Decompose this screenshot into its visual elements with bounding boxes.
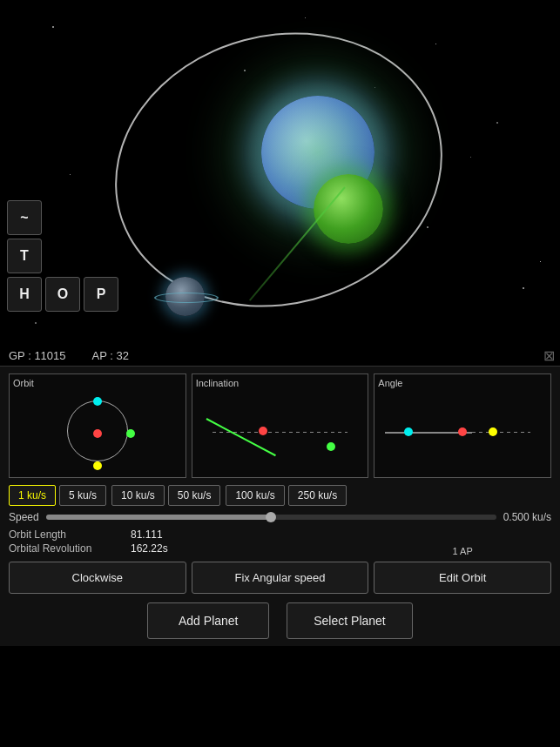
add-planet-button[interactable]: Add Planet bbox=[147, 602, 269, 639]
speed-slider[interactable] bbox=[46, 515, 496, 520]
angle-dot-yellow bbox=[489, 427, 497, 436]
close-icon[interactable]: ⊠ bbox=[543, 347, 555, 364]
orbit-length-value: 81.111 bbox=[131, 528, 163, 541]
gp-ap-bar: GP : 11015 AP : 32 ⊠ bbox=[0, 346, 560, 366]
fix-angular-speed-button[interactable]: Fix Angular speed bbox=[192, 562, 369, 594]
ap-stat: AP : 32 bbox=[92, 349, 129, 362]
orbit-length-label: Orbit Length bbox=[9, 528, 131, 541]
orbit-diagram: Orbit bbox=[9, 374, 186, 478]
speed-250ku[interactable]: 250 ku/s bbox=[288, 485, 347, 506]
speed-100ku[interactable]: 100 ku/s bbox=[226, 485, 284, 506]
inclination-title: Inclination bbox=[196, 378, 365, 388]
h-button[interactable]: H bbox=[7, 277, 42, 312]
t-button[interactable]: T bbox=[7, 239, 42, 273]
orbital-revolution-label: Orbital Revolution bbox=[9, 542, 131, 555]
space-view: ~ T H O P GP : 11015 AP : 32 ⊠ bbox=[0, 0, 560, 366]
bottom-panel: Orbit Inclination bbox=[0, 366, 560, 646]
speed-label: Speed bbox=[9, 511, 39, 523]
speed-group-3: 100 ku/s 250 ku/s bbox=[226, 485, 347, 506]
speed-50ku[interactable]: 50 ku/s bbox=[168, 485, 221, 506]
o-button[interactable]: O bbox=[45, 277, 80, 312]
orbit-dot-cyan bbox=[93, 397, 102, 406]
orbit-dot-yellow bbox=[93, 461, 102, 470]
speed-value: 0.500 ku/s bbox=[503, 511, 551, 523]
orbital-revolution-value: 162.22s bbox=[131, 542, 168, 555]
clockwise-button[interactable]: Clockwise bbox=[9, 562, 186, 594]
bottom-buttons: Add Planet Select Planet bbox=[9, 602, 551, 639]
small-planet bbox=[165, 277, 205, 316]
speed-group-2: 10 ku/s 50 ku/s bbox=[111, 485, 220, 506]
inclination-dot-red bbox=[259, 427, 267, 435]
select-planet-button[interactable]: Select Planet bbox=[287, 602, 413, 639]
speed-buttons-row: 1 ku/s 5 ku/s 10 ku/s 50 ku/s 100 ku/s 2… bbox=[9, 485, 551, 506]
angle-title: Angle bbox=[378, 378, 547, 388]
speed-1ku[interactable]: 1 ku/s bbox=[9, 485, 56, 506]
orbit-length-row: Orbit Length 81.111 bbox=[9, 528, 551, 541]
ap-badge: 1 AP bbox=[374, 546, 551, 556]
hop-buttons: H O P bbox=[7, 277, 118, 312]
tilde-button[interactable]: ~ bbox=[7, 200, 42, 235]
speed-group-1: 1 ku/s 5 ku/s bbox=[9, 485, 106, 506]
speed-slider-row: Speed 0.500 ku/s bbox=[9, 511, 551, 523]
diagrams-row: Orbit Inclination bbox=[9, 374, 551, 478]
p-button[interactable]: P bbox=[84, 277, 118, 312]
inclination-dot-green bbox=[327, 442, 335, 451]
speed-5ku[interactable]: 5 ku/s bbox=[59, 485, 106, 506]
orbit-dot-green bbox=[126, 429, 135, 438]
inclination-diagram: Inclination bbox=[192, 374, 369, 478]
angle-diagram: Angle bbox=[374, 374, 551, 478]
orbit-canvas bbox=[13, 390, 182, 473]
inclination-line bbox=[206, 418, 275, 456]
angle-dot-red bbox=[458, 427, 467, 436]
speed-10ku[interactable]: 10 ku/s bbox=[111, 485, 165, 506]
action-buttons: 1 AP Clockwise Fix Angular speed Edit Or… bbox=[9, 562, 551, 594]
orbit-title: Orbit bbox=[13, 378, 182, 388]
edit-orbit-button[interactable]: Edit Orbit bbox=[374, 562, 551, 594]
toolbar: ~ T H O P bbox=[7, 200, 118, 312]
orbit-dot-red bbox=[93, 429, 102, 438]
angle-canvas bbox=[378, 390, 547, 473]
angle-dot-cyan bbox=[404, 427, 413, 436]
inclination-canvas bbox=[196, 390, 365, 473]
gp-stat: GP : 11015 bbox=[9, 349, 66, 362]
